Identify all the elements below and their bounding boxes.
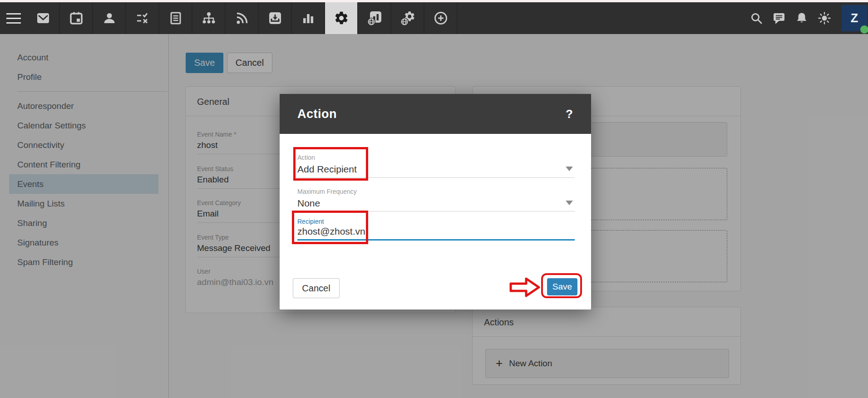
sun-icon <box>818 11 831 25</box>
topbar-utility-icons <box>747 6 833 30</box>
chat-icon <box>772 11 786 25</box>
contacts-icon <box>102 11 117 25</box>
topbar-right-icons: Z <box>747 2 868 34</box>
modal-cancel-button[interactable]: Cancel <box>293 278 340 298</box>
notes-icon <box>168 11 183 25</box>
modal-field-underline <box>297 239 575 241</box>
avatar[interactable]: Z <box>842 5 867 31</box>
calendar-icon <box>69 11 84 25</box>
app-settings-button[interactable] <box>325 2 358 34</box>
search-icon <box>750 11 763 25</box>
app-new-item-button[interactable] <box>424 2 458 34</box>
app-calendar-button[interactable] <box>60 2 93 34</box>
modal-save-button[interactable]: Save <box>547 278 577 295</box>
hamburger-menu-icon[interactable] <box>0 2 27 34</box>
notifications-button[interactable] <box>793 6 811 30</box>
modal-title: Action <box>297 107 337 121</box>
modal-header: Action ? <box>280 94 591 134</box>
file-storage-icon <box>268 11 282 25</box>
app-domain-reports-button[interactable] <box>358 2 391 34</box>
settings-gear-icon <box>334 10 349 26</box>
chat-button[interactable] <box>770 6 788 30</box>
tasks-icon <box>135 11 150 25</box>
app-domain-tree-button[interactable] <box>192 2 226 34</box>
app-file-storage-button[interactable] <box>259 2 292 34</box>
org-tree-icon <box>202 11 216 25</box>
app-tasks-button[interactable] <box>126 2 159 34</box>
help-icon[interactable]: ? <box>561 105 577 123</box>
chevron-down-icon[interactable] <box>566 201 573 205</box>
theme-button[interactable] <box>815 6 833 30</box>
topbar: Z <box>0 2 868 34</box>
action-modal: Action ? ActionAdd RecipientMaximum Freq… <box>280 94 591 310</box>
app-contacts-button[interactable] <box>93 2 126 34</box>
modal-select-value[interactable]: Add Recipient <box>297 162 357 176</box>
chevron-down-icon[interactable] <box>566 167 573 171</box>
app-feeds-button[interactable] <box>226 2 259 34</box>
modal-field-underline <box>297 211 575 211</box>
rss-icon <box>235 11 249 25</box>
modal-field-underline <box>297 177 575 178</box>
domain-reports-icon <box>367 10 382 26</box>
app-icon-nav <box>27 2 458 34</box>
avatar-initial: Z <box>851 11 858 25</box>
modal-select-value[interactable]: None <box>297 197 320 210</box>
app-notes-button[interactable] <box>159 2 192 34</box>
app-reports-button[interactable] <box>292 2 325 34</box>
online-status-dot <box>860 25 868 34</box>
domain-settings-icon <box>400 10 415 26</box>
mail-icon <box>36 11 50 25</box>
app-domain-settings-button[interactable] <box>391 2 424 34</box>
modal-text-input[interactable]: zhost@zhost.vn <box>297 225 365 238</box>
reports-icon <box>301 11 316 25</box>
bell-icon <box>795 11 809 25</box>
smartermail-settings-events-screen: Z AccountProfileAutoresponderCalendar Se… <box>0 0 868 398</box>
app-mail-button[interactable] <box>27 2 60 34</box>
search-button[interactable] <box>747 6 765 30</box>
add-icon <box>434 11 448 25</box>
modal-field-label: Action <box>297 153 315 162</box>
modal-field-label: Maximum Frequency <box>297 187 357 196</box>
